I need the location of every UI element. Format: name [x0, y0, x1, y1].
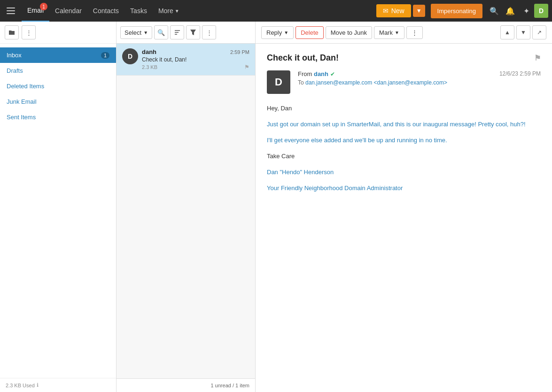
reading-toolbar: Reply ▼ Delete Move to Junk Mark ▼ ⋮ ▲ ▼…: [256, 22, 552, 44]
main-layout: ⋮ Inbox 1 Drafts Deleted Items Junk Emai…: [0, 22, 552, 392]
new-dropdown-button[interactable]: ▼: [413, 5, 425, 17]
nav-item-email[interactable]: Email 1: [22, 0, 49, 22]
sidebar: ⋮ Inbox 1 Drafts Deleted Items Junk Emai…: [0, 22, 117, 392]
email-sender-avatar: D: [122, 48, 138, 64]
reply-dropdown-icon: ▼: [284, 30, 288, 35]
svg-marker-6: [190, 30, 196, 35]
nav-item-tasks[interactable]: Tasks: [124, 0, 153, 22]
nav-item-calendar[interactable]: Calendar: [49, 0, 87, 22]
email-list: D danh 2:59 PM Check it out, Dan! 2.3 KB…: [117, 44, 255, 378]
info-icon: ℹ: [37, 382, 39, 388]
from-name: danh: [314, 70, 328, 77]
email-list-footer: 1 unread / 1 item: [117, 378, 255, 392]
email-meta-section: D From danh ✔ To dan.jansen@example.com …: [267, 70, 541, 94]
email-list-more-button[interactable]: ⋮: [202, 25, 216, 39]
sidebar-item-sent-items[interactable]: Sent Items: [0, 109, 116, 125]
user-avatar[interactable]: D: [534, 4, 548, 18]
email-item-size: 2.3 KB: [142, 64, 157, 70]
email-to-line: To dan.jansen@example.com <dan.jansen@ex…: [298, 79, 492, 86]
nav-item-more[interactable]: More ▼: [153, 0, 185, 22]
email-sender-name: danh: [142, 48, 156, 55]
search-icon-button[interactable]: 🔍: [486, 3, 502, 19]
flag-icon: ⚑: [244, 64, 249, 70]
email-item-subject: Check it out, Dan!: [142, 56, 249, 63]
sidebar-item-drafts[interactable]: Drafts: [0, 63, 116, 78]
email-date: 12/6/23 2:59 PM: [499, 70, 541, 77]
inbox-badge: 1: [101, 52, 109, 59]
top-navigation: Email 1 Calendar Contacts Tasks More ▼ ✉…: [0, 0, 552, 22]
email-flag-icon: ⚑: [534, 54, 541, 62]
email-badge: 1: [40, 3, 47, 10]
to-address: dan.jansen@example.com <dan.jansen@examp…: [305, 79, 447, 86]
reply-button[interactable]: Reply ▼: [261, 26, 294, 39]
sidebar-nav: Inbox 1 Drafts Deleted Items Junk Email …: [0, 44, 116, 378]
email-list-panel: Select ▼ 🔍 ⋮ D: [117, 22, 256, 392]
mark-button[interactable]: Mark ▼: [374, 26, 404, 39]
select-dropdown-icon: ▼: [143, 30, 148, 35]
reading-more-button[interactable]: ⋮: [406, 26, 423, 39]
email-list-toolbar: Select ▼ 🔍 ⋮: [117, 22, 255, 44]
next-email-button[interactable]: ▼: [516, 25, 530, 39]
body-line-2: Just got our domain set up in SmarterMai…: [267, 119, 541, 130]
sender-large-avatar: D: [267, 70, 290, 94]
sidebar-more-button[interactable]: ⋮: [22, 25, 36, 39]
sidebar-toolbar: ⋮: [0, 22, 116, 44]
new-button[interactable]: ✉ New: [376, 4, 411, 17]
svg-rect-1: [7, 10, 15, 11]
select-button[interactable]: Select ▼: [120, 26, 152, 39]
reading-pane: Reply ▼ Delete Move to Junk Mark ▼ ⋮ ▲ ▼…: [256, 22, 552, 392]
delete-button[interactable]: Delete: [295, 26, 324, 39]
sidebar-item-deleted-items[interactable]: Deleted Items: [0, 78, 116, 94]
prev-email-button[interactable]: ▲: [500, 25, 514, 39]
email-item-time: 2:59 PM: [230, 49, 249, 55]
body-signature-1: Dan "Hendo" Henderson: [267, 167, 541, 177]
email-list-item[interactable]: D danh 2:59 PM Check it out, Dan! 2.3 KB…: [117, 44, 255, 76]
email-item-info: danh 2:59 PM Check it out, Dan! 2.3 KB ⚑: [142, 48, 249, 70]
impersonating-button[interactable]: Impersonating: [431, 4, 482, 18]
sidebar-item-inbox[interactable]: Inbox 1: [0, 47, 116, 63]
email-sort-button[interactable]: [170, 25, 184, 39]
svg-rect-2: [7, 13, 15, 14]
body-line-1: Hey, Dan: [267, 103, 541, 114]
settings-icon-button[interactable]: ✦: [518, 3, 534, 19]
body-line-3: I'll get everyone else added and we'll b…: [267, 135, 541, 146]
email-subject-heading: Check it out, Dan! ⚑: [267, 53, 541, 63]
nav-item-contacts[interactable]: Contacts: [87, 0, 124, 22]
verified-icon: ✔: [330, 71, 335, 77]
body-line-4: Take Care: [267, 151, 541, 161]
mark-dropdown-icon: ▼: [395, 30, 399, 35]
email-search-button[interactable]: 🔍: [154, 25, 168, 39]
email-meta-info: From danh ✔ To dan.jansen@example.com <d…: [298, 70, 492, 86]
sidebar-toggle-button[interactable]: [4, 4, 18, 18]
sidebar-item-junk-email[interactable]: Junk Email: [0, 94, 116, 109]
body-signature-2: Your Friendly Neighborhood Domain Admini…: [267, 183, 541, 193]
email-from-line: From danh ✔: [298, 70, 492, 77]
external-open-button[interactable]: ↗: [532, 25, 546, 39]
email-item-header: danh 2:59 PM: [142, 48, 249, 55]
folder-icon-button[interactable]: [5, 25, 19, 39]
svg-rect-0: [7, 8, 15, 8]
sidebar-footer: 2.3 KB Used ℹ: [0, 378, 116, 392]
notifications-icon-button[interactable]: 🔔: [502, 3, 518, 19]
move-to-junk-button[interactable]: Move to Junk: [326, 26, 372, 39]
email-filter-button[interactable]: [186, 25, 200, 39]
email-body: Hey, Dan Just got our domain set up in S…: [267, 103, 541, 194]
email-reading-content: Check it out, Dan! ⚑ D From danh ✔ To da…: [256, 44, 552, 392]
